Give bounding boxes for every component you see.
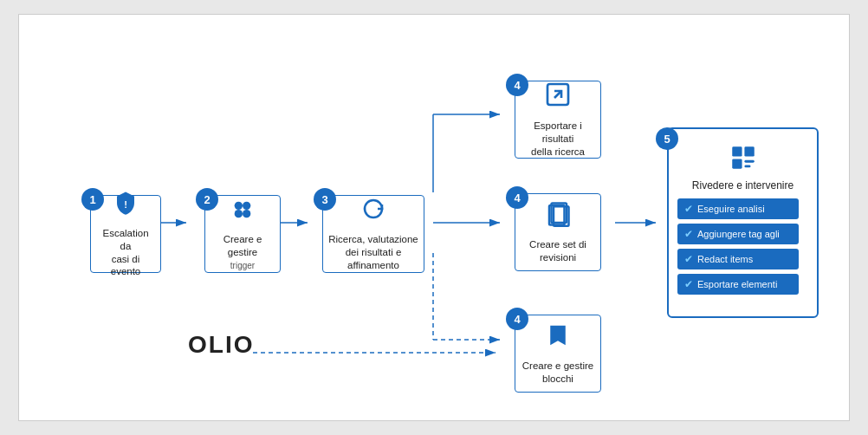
svg-rect-24	[732, 159, 742, 168]
check-icon-3: ✔	[684, 253, 693, 265]
step5-title: Rivedere e intervenire	[677, 179, 808, 192]
step1-label: Escalation da casi di evento	[96, 227, 155, 279]
badge-step3: 3	[314, 188, 336, 211]
badge-step4c: 4	[506, 308, 528, 330]
step2-label: Creare e gestire	[211, 233, 275, 259]
step3-box: Ricerca, valutazione dei risultati e aff…	[322, 195, 424, 273]
step5-btn-2[interactable]: ✔ Aggiungere tag agli	[677, 224, 799, 244]
svg-point-13	[243, 202, 250, 210]
step4a-label: Esportare i risultati della ricerca	[521, 120, 595, 159]
badge-step1: 1	[81, 188, 104, 211]
step3-label: Ricerca, valutazione dei risultati e aff…	[328, 233, 418, 272]
check-icon-4: ✔	[684, 278, 693, 290]
olio-text: OLIO	[188, 331, 254, 359]
badge-step5: 5	[656, 127, 678, 150]
badge-step4a: 4	[506, 74, 528, 96]
svg-marker-21	[550, 325, 566, 345]
step4a-box: Esportare i risultati della ricerca	[515, 81, 601, 159]
svg-point-12	[235, 202, 243, 210]
step4c-box: Creare e gestire blocchi	[515, 315, 601, 393]
svg-point-15	[243, 210, 250, 218]
step2-box: Creare e gestire trigger	[204, 195, 281, 273]
step4b-label: Creare set di revisioni	[529, 238, 586, 264]
step2-sublabel: trigger	[230, 261, 255, 270]
svg-rect-26	[744, 166, 750, 168]
step4b-box: Creare set di revisioni	[515, 193, 601, 271]
check-icon-1: ✔	[684, 203, 693, 215]
badge-step4b: 4	[506, 186, 528, 209]
step5-panel: Rivedere e intervenire ✔ Eseguire analis…	[667, 127, 819, 318]
step4b-icon	[545, 201, 571, 233]
svg-point-14	[235, 210, 243, 218]
svg-text:!: !	[124, 199, 127, 210]
step4a-icon	[544, 81, 572, 114]
svg-rect-22	[732, 146, 742, 156]
step5-icon	[677, 143, 808, 176]
step3-icon	[360, 196, 386, 228]
step4c-label: Creare e gestire blocchi	[522, 360, 593, 386]
diagram-container: 1 ! Escalation da casi di evento 2 Crear…	[18, 14, 850, 421]
svg-rect-23	[744, 146, 754, 156]
step5-btn-3[interactable]: ✔ Redact items	[677, 249, 799, 269]
step2-icon	[230, 198, 255, 228]
check-icon-2: ✔	[684, 228, 693, 240]
step5-btn-1[interactable]: ✔ Eseguire analisi	[677, 198, 799, 219]
svg-rect-25	[744, 160, 754, 163]
step4c-icon	[545, 322, 571, 354]
badge-step2: 2	[196, 188, 218, 211]
step5-btn-4[interactable]: ✔ Esportare elementi	[677, 274, 799, 295]
step1-icon: !	[113, 190, 139, 222]
